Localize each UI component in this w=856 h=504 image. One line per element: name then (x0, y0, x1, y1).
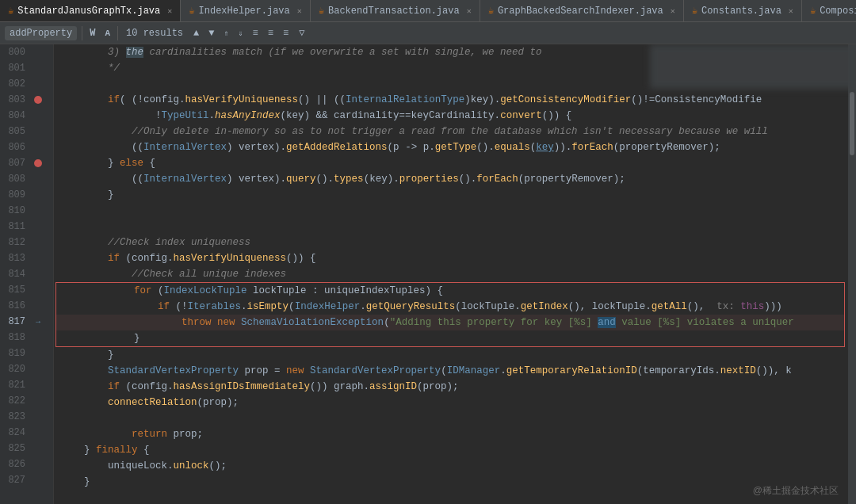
gutter-row-807: 807 (0, 155, 53, 171)
gutter-row-814: 814 (0, 266, 53, 282)
tab-label: Composit... (820, 6, 856, 17)
gutter-row-816: 816 (0, 298, 53, 314)
close-icon[interactable]: ✕ (789, 6, 793, 16)
code-line-803: if ( (! config.hasVerifyUniqueness() || … (54, 92, 848, 108)
code-area[interactable]: 3) the cardinalities match (if we overwr… (54, 44, 848, 504)
gutter-row-804: 804 (0, 108, 53, 124)
tab-label: StandardJanusGraphTx.java (17, 6, 160, 17)
java-icon: ☕ (8, 5, 13, 17)
close-icon[interactable]: ✕ (467, 6, 472, 16)
gutter-row-812: 812 (0, 235, 53, 250)
code-line-823 (54, 410, 848, 426)
tab-standardjanus[interactable]: ☕ StandardJanusGraphTx.java ✕ (0, 0, 181, 21)
java-icon: ☕ (488, 5, 494, 17)
code-line-813: if (config.hasVerifyUniqueness()) { (54, 250, 848, 266)
code-line-827: } (54, 474, 848, 490)
format-a-btn[interactable]: A (102, 27, 113, 40)
gutter-row-826: 826 (0, 456, 53, 472)
tab-graphbacked[interactable]: ☕ GraphBackedSearchIndexer.java ✕ (480, 0, 684, 21)
code-line-822: connectRelation(prop); (54, 395, 848, 410)
gutter-row-822: 822 (0, 393, 53, 409)
gutter-row-809: 809 (0, 187, 53, 203)
gutter-row-802: 802 (0, 76, 53, 92)
toolbar: addProperty W A 10 results ▲ ▼ ⇑ ⇓ ≡ ≡ ≡… (0, 22, 856, 44)
tab-label: Constants.java (701, 6, 781, 17)
code-line-825: } finally { (54, 442, 848, 458)
editor-area: 800 801 802 803 804 805 806 (0, 44, 856, 504)
gutter-row-808: 808 (0, 171, 53, 187)
code-line-816: if (!Iterables.isEmpty(IndexHelper.getQu… (56, 299, 844, 315)
code-line-805: //Only delete in-memory so as to not tri… (54, 124, 848, 139)
filter-btn[interactable]: ▽ (296, 25, 308, 40)
code-line-811 (54, 219, 848, 235)
results-count: 10 results (123, 28, 186, 39)
tab-label: IndexHelper.java (199, 6, 290, 17)
gutter-row-801: 801 (0, 60, 53, 76)
gutter-row-806: 806 (0, 139, 53, 155)
gutter-row-827: 827 (0, 472, 53, 488)
gutter-row-821: 821 (0, 377, 53, 393)
toolbar-sep (82, 26, 82, 40)
gutter-row-803: 803 (0, 92, 53, 108)
tab-label: GraphBackedSearchIndexer.java (498, 6, 663, 17)
code-line-826: uniqueLock.unlock(); (54, 458, 848, 474)
gutter-row-825: 825 (0, 441, 53, 456)
code-line-807: } else { (54, 155, 848, 171)
gutter-row-823: 823 (0, 409, 53, 425)
blurred-area (650, 44, 856, 89)
code-line-821: if (config.hasAssignIDsImmediately()) gr… (54, 379, 848, 395)
match-btn2[interactable]: ≡ (266, 26, 276, 40)
gutter-row-811: 811 (0, 219, 53, 235)
close-icon[interactable]: ✕ (297, 6, 302, 16)
code-line-812: //Check index uniqueness (54, 235, 848, 250)
tab-indexhelper[interactable]: ☕ IndexHelper.java ✕ (181, 0, 310, 21)
close-icon[interactable]: ✕ (671, 6, 675, 16)
scrollbar-thumb[interactable] (850, 92, 854, 155)
match-btn1[interactable]: ≡ (250, 26, 261, 40)
gutter-row-810: 810 (0, 203, 53, 219)
code-line-818: } (56, 330, 844, 346)
prev-all-btn[interactable]: ⇑ (221, 27, 231, 40)
code-lines: 3) the cardinalities match (if we overwr… (54, 44, 848, 490)
close-icon[interactable]: ✕ (167, 6, 172, 16)
code-line-804: ! TypeUtil.hasAnyIndex(key) && cardinali… (54, 108, 848, 124)
scrollbar[interactable] (848, 44, 856, 504)
match-btn3[interactable]: ≡ (281, 26, 291, 40)
tab-constants[interactable]: ☕ Constants.java ✕ (684, 0, 802, 21)
gutter-row-800: 800 (0, 44, 53, 60)
code-line-808: ((InternalVertex) vertex).query().types(… (54, 171, 848, 187)
tab-bar: ☕ StandardJanusGraphTx.java ✕ ☕ IndexHel… (0, 0, 856, 22)
gutter-row-819: 819 (0, 346, 53, 361)
code-line-820: StandardVertexProperty prop = new Standa… (54, 363, 848, 379)
code-line-806: ((InternalVertex) vertex).getAddedRelati… (54, 139, 848, 155)
code-line-814: //Check all unique indexes (54, 266, 848, 282)
code-line-815: for (IndexLockTuple lockTuple : uniqueIn… (56, 283, 844, 299)
gutter-row-805: 805 (0, 124, 53, 139)
gutter-row-817: 817 → (0, 314, 53, 330)
gutter-row-824: 824 (0, 425, 53, 441)
code-line-809: } (54, 187, 848, 203)
gutter-row-815: 815 (0, 282, 53, 298)
gutter: 800 801 802 803 804 805 806 (0, 44, 54, 504)
gutter-row-818: 818 (0, 330, 53, 346)
tab-label: BackendTransaction.java (328, 6, 460, 17)
tab-backendtransaction[interactable]: ☕ BackendTransaction.java ✕ (311, 0, 480, 21)
gutter-row-813: 813 (0, 250, 53, 266)
gutter-row-820: 820 (0, 361, 53, 377)
java-icon: ☕ (810, 5, 816, 17)
toolbar-sep2 (117, 26, 118, 40)
java-icon: ☕ (692, 5, 697, 17)
code-line-817: throw new SchemaViolationException("Addi… (56, 315, 844, 330)
prev-result-btn[interactable]: ▲ (191, 26, 201, 40)
next-all-btn[interactable]: ⇓ (235, 27, 245, 40)
java-icon: ☕ (319, 5, 324, 17)
code-line-810 (54, 203, 848, 219)
java-icon: ☕ (189, 5, 194, 17)
toolbar-label: addProperty (5, 26, 77, 40)
tab-composit[interactable]: ☕ Composit... ✕ (802, 0, 856, 21)
code-line-824: return prop; (54, 426, 848, 442)
format-w-btn[interactable]: W (87, 26, 97, 40)
code-line-819: } (54, 347, 848, 363)
next-result-btn[interactable]: ▼ (206, 26, 216, 40)
